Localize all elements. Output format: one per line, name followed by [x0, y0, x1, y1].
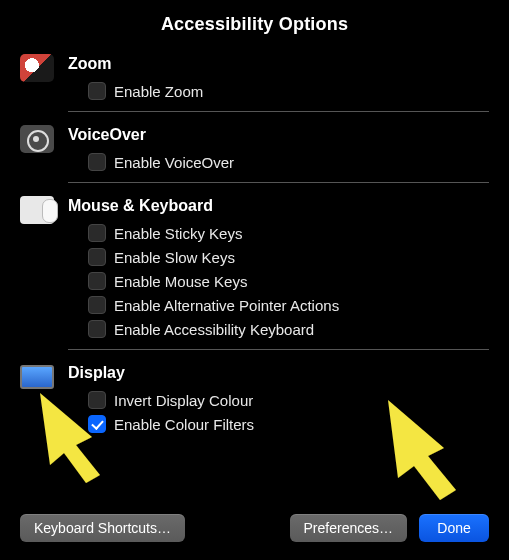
option-label: Enable VoiceOver: [114, 154, 234, 171]
option-row: Enable Mouse Keys: [68, 269, 489, 293]
panel-title: Accessibility Options: [20, 14, 489, 35]
section-heading-mouse-keyboard: Mouse & Keyboard: [68, 197, 489, 215]
checkbox-enable-colour-filters[interactable]: [88, 415, 106, 433]
option-label: Enable Slow Keys: [114, 249, 235, 266]
option-label: Invert Display Colour: [114, 392, 253, 409]
spacer: [197, 514, 278, 542]
preferences-button[interactable]: Preferences…: [290, 514, 407, 542]
checkbox-enable-sticky-keys[interactable]: [88, 224, 106, 242]
section-heading-display: Display: [68, 364, 489, 382]
display-icon: [20, 360, 54, 394]
option-row: Enable Sticky Keys: [68, 221, 489, 245]
mouse-keyboard-icon: [20, 193, 54, 227]
button-bar: Keyboard Shortcuts… Preferences… Done: [20, 514, 489, 542]
checkbox-enable-accessibility-keyboard[interactable]: [88, 320, 106, 338]
option-row: Enable Alternative Pointer Actions: [68, 293, 489, 317]
panel-content: Zoom Enable Zoom VoiceOver Enable VoiceO…: [20, 51, 489, 504]
option-label: Enable Zoom: [114, 83, 203, 100]
checkbox-enable-zoom[interactable]: [88, 82, 106, 100]
section-zoom: Zoom Enable Zoom: [20, 51, 489, 103]
option-label: Enable Colour Filters: [114, 416, 254, 433]
done-button[interactable]: Done: [419, 514, 489, 542]
checkbox-enable-slow-keys[interactable]: [88, 248, 106, 266]
checkbox-invert-display-colour[interactable]: [88, 391, 106, 409]
option-row: Invert Display Colour: [68, 388, 489, 412]
option-label: Enable Sticky Keys: [114, 225, 242, 242]
divider: [68, 349, 489, 350]
checkbox-enable-voiceover[interactable]: [88, 153, 106, 171]
zoom-icon: [20, 51, 54, 85]
section-heading-zoom: Zoom: [68, 55, 489, 73]
checkbox-enable-mouse-keys[interactable]: [88, 272, 106, 290]
option-label: Enable Accessibility Keyboard: [114, 321, 314, 338]
divider: [68, 182, 489, 183]
section-voiceover: VoiceOver Enable VoiceOver: [20, 122, 489, 174]
option-row: Enable Zoom: [68, 79, 489, 103]
section-mouse-keyboard: Mouse & Keyboard Enable Sticky Keys Enab…: [20, 193, 489, 341]
option-row: Enable Slow Keys: [68, 245, 489, 269]
option-row: Enable Accessibility Keyboard: [68, 317, 489, 341]
section-display: Display Invert Display Colour Enable Col…: [20, 360, 489, 436]
option-label: Enable Mouse Keys: [114, 273, 247, 290]
section-heading-voiceover: VoiceOver: [68, 126, 489, 144]
option-row: Enable VoiceOver: [68, 150, 489, 174]
option-row: Enable Colour Filters: [68, 412, 489, 436]
accessibility-options-panel: Accessibility Options Zoom Enable Zoom V…: [0, 0, 509, 560]
divider: [68, 111, 489, 112]
voiceover-icon: [20, 122, 54, 156]
option-label: Enable Alternative Pointer Actions: [114, 297, 339, 314]
checkbox-enable-alternative-pointer-actions[interactable]: [88, 296, 106, 314]
keyboard-shortcuts-button[interactable]: Keyboard Shortcuts…: [20, 514, 185, 542]
